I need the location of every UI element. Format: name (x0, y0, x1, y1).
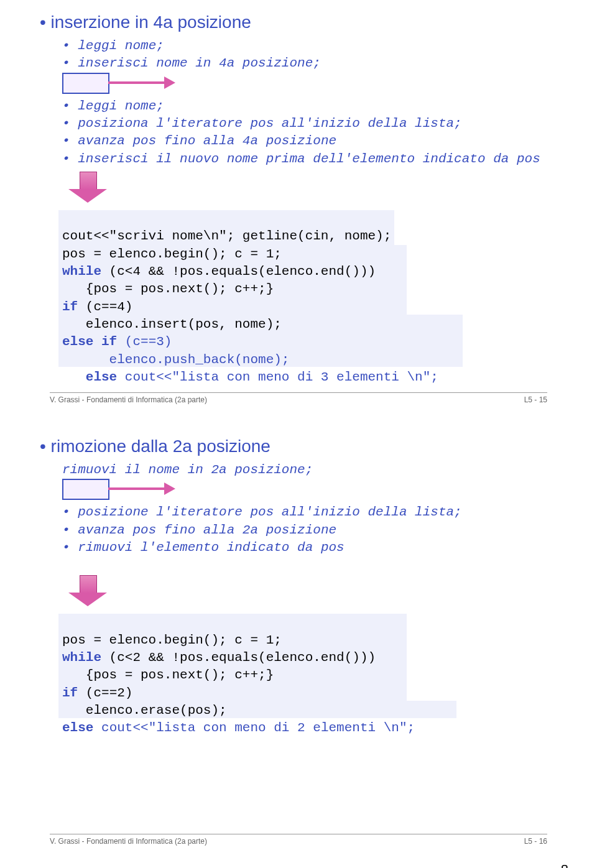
code-line: pos = elenco.begin(); c = 1; (62, 247, 282, 261)
down-arrow-icon (62, 172, 572, 206)
code-line: pos = elenco.begin(); c = 1; (62, 633, 282, 647)
refinement-arrow-icon (62, 73, 572, 98)
pseudocode-block-1: rimuovi il nome in 2a posizione; (62, 461, 572, 479)
code-line: elenco.push_back(nome); (62, 353, 289, 367)
pseudo-line: rimuovi il nome in 2a posizione; (62, 461, 572, 479)
footer-page: L5 - 16 (524, 837, 547, 846)
code-line: elenco.insert(pos, nome); (62, 317, 282, 331)
slide-removal: rimozione dalla 2a posizione rimuovi il … (25, 429, 572, 852)
code-line: else cout<<"lista con meno di 3 elementi… (62, 370, 438, 384)
pseudo-line: posiziona l'iteratore pos all'inizio del… (62, 115, 572, 132)
code-line: if (c==2) (62, 686, 132, 700)
slide-title: inserzione in 4a posizione (40, 12, 572, 32)
pseudo-line: inserisci il nuovo nome prima dell'eleme… (62, 150, 572, 168)
pseudocode-block-2: posizione l'iteratore pos all'inizio del… (62, 504, 572, 556)
pseudocode-block-1: leggi nome; inserisci nome in 4a posizio… (62, 37, 572, 73)
slide-insertion: inserzione in 4a posizione leggi nome; i… (25, 12, 572, 410)
pseudocode-block-2: leggi nome; posiziona l'iteratore pos al… (62, 98, 572, 168)
code-line: if (c==4) (62, 300, 132, 314)
code-block: pos = elenco.begin(); c = 1; while (c<2 … (62, 614, 572, 755)
pseudo-line: posizione l'iteratore pos all'inizio del… (62, 504, 572, 521)
pseudo-line: avanza pos fino alla 2a posizione (62, 522, 572, 539)
code-line: else if (c==3) (62, 335, 172, 349)
code-line: {pos = pos.next(); c++;} (62, 282, 274, 296)
pseudo-line: leggi nome; (62, 98, 572, 115)
slide-title: rimozione dalla 2a posizione (40, 436, 572, 456)
footer-author: V. Grassi - Fondamenti di Informatica (2… (50, 837, 207, 846)
code-line: cout<<"scrivi nome\n"; getline(cin, nome… (62, 229, 391, 243)
down-arrow-icon (62, 575, 572, 610)
code-line: while (c<2 && !pos.equals(elenco.end())) (62, 650, 376, 665)
slide-footer: V. Grassi - Fondamenti di Informatica (2… (50, 834, 547, 846)
pseudo-line: avanza pos fino alla 4a posizione (62, 132, 572, 150)
pseudo-line: inserisci nome in 4a posizione; (62, 55, 572, 72)
code-line: else cout<<"lista con meno di 2 elementi… (62, 721, 415, 735)
pseudo-line: rimuovi l'elemento indicato da pos (62, 539, 572, 556)
pseudo-line: leggi nome; (62, 37, 572, 55)
code-block: cout<<"scrivi nome\n"; getline(cin, nome… (62, 210, 572, 404)
code-line: while (c<4 && !pos.equals(elenco.end())) (62, 264, 376, 279)
document-page-number: 8 (561, 862, 568, 868)
refinement-arrow-icon (62, 479, 572, 504)
code-line: {pos = pos.next(); c++;} (62, 668, 274, 682)
code-line: elenco.erase(pos); (62, 703, 227, 718)
